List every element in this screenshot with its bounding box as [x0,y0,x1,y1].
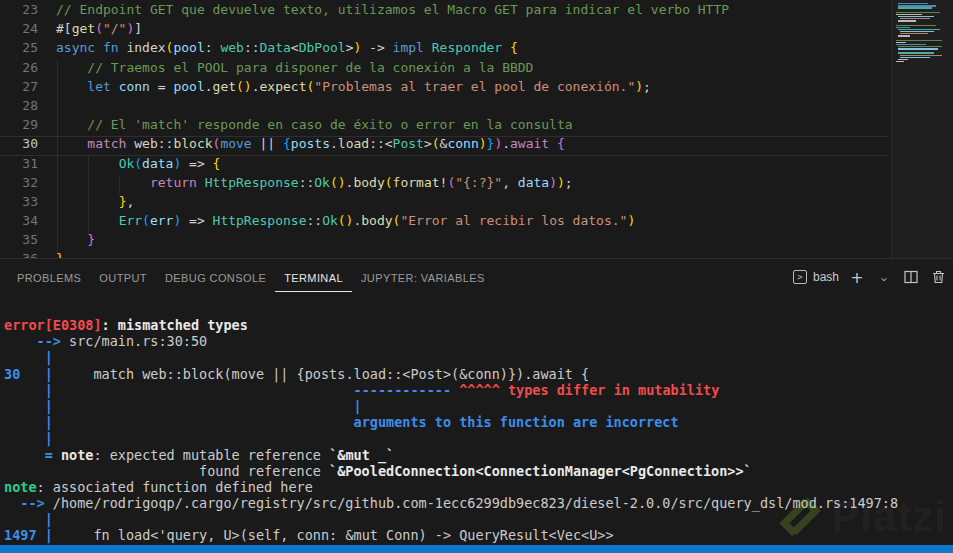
terminal-line: | [4,511,950,527]
split-terminal-button[interactable] [902,268,920,286]
line-number[interactable]: 30 [0,134,38,153]
indent-guide [119,175,120,194]
code-text: }, [38,192,134,211]
terminal-line: --> /home/rodrigoqp/.cargo/registry/src/… [4,495,950,511]
line-number[interactable]: 28 [0,96,38,115]
terminal-dropdown-chevron-icon[interactable]: ⌄ [871,268,896,286]
code-text: // Endpoint GET que devuelve texto, util… [38,0,729,19]
line-number[interactable]: 34 [0,211,38,230]
minimap-line [898,35,910,36]
code-text: // El 'match' responde en caso de éxito … [38,115,573,134]
line-number[interactable]: 24 [0,19,38,38]
terminal-line: 30 | match web::block(move || {posts.loa… [4,366,950,382]
terminal-line: | arguments to this function are incorre… [4,414,950,430]
line-number[interactable]: 26 [0,58,38,77]
code-line[interactable]: 24#[get("/")] [0,19,953,38]
code-line[interactable]: 34 Err(err) => HttpResponse::Ok().body("… [0,211,953,230]
terminal-line: --> src/main.rs:30:50 [4,333,950,349]
line-number[interactable]: 25 [0,38,38,57]
terminal-icon: > [793,270,807,284]
terminal-line: note: associated function defined here [4,479,950,495]
panel-tab-terminal[interactable]: TERMINAL [275,263,352,292]
code-line[interactable]: 27 let conn = pool.get().expect("Problem… [0,77,953,96]
code-text: #[get("/")] [38,19,142,38]
code-line[interactable]: 36} [0,249,953,258]
terminal-line: | | [4,398,950,414]
code-line[interactable]: 25async fn index(pool: web::Data<DbPool>… [0,38,953,57]
line-number[interactable]: 27 [0,77,38,96]
terminal-line: | [4,349,950,365]
terminal-line: error[E0308]: mismatched types [4,317,950,333]
terminal-shell-selector[interactable]: > bash [793,270,839,284]
code-text: } [38,230,95,249]
code-text: // Traemos el POOL para disponer de la c… [38,58,533,77]
shell-label: bash [813,270,839,284]
code-line[interactable]: 31 Ok(data) => { [0,154,953,173]
code-text: let conn = pool.get().expect("Problemas … [38,77,651,96]
vscode-window: 23// Endpoint GET que devuelve texto, ut… [0,0,953,553]
line-number[interactable]: 23 [0,0,38,19]
code-line[interactable]: 32 return HttpResponse::Ok().body(format… [0,173,953,192]
code-line[interactable]: 29 // El 'match' responde en caso de éxi… [0,115,953,134]
bottom-panel: PROBLEMSOUTPUTDEBUG CONSOLETERMINALJUPYT… [0,258,953,545]
minimap-line [896,61,904,62]
minimap[interactable] [891,0,953,258]
panel-tab-jupyter-variables[interactable]: JUPYTER: VARIABLES [352,263,494,291]
code-line[interactable]: 28 [0,96,953,115]
code-text: } [38,249,64,258]
minimap-line [898,7,932,8]
terminal-toolbar: > bash + ⌄ [793,259,947,295]
line-number[interactable]: 35 [0,230,38,249]
panel-tab-problems[interactable]: PROBLEMS [8,263,90,291]
panel-tab-output[interactable]: OUTPUT [90,263,156,291]
code-text: Ok(data) => { [38,154,220,173]
minimap-line [898,20,916,21]
code-text [38,96,56,115]
panel-tab-debug-console[interactable]: DEBUG CONSOLE [156,263,275,291]
new-terminal-button[interactable]: + [848,268,866,286]
line-number[interactable]: 31 [0,154,38,173]
terminal-line: | [4,430,950,446]
line-number[interactable]: 32 [0,173,38,192]
code-text: match web::block(move || {posts.load::<P… [38,134,565,153]
line-number[interactable]: 36 [0,249,38,258]
status-bar[interactable] [0,545,953,553]
terminal-output[interactable]: error[E0308]: mismatched types --> src/m… [4,317,950,544]
terminal-line: | ------------ ^^^^^ types differ in mut… [4,382,950,398]
code-text: Err(err) => HttpResponse::Ok().body("Err… [38,211,635,230]
indent-guide [57,60,58,253]
minimap-line [898,48,938,49]
terminal-line: found reference `&PooledConnection<Conne… [4,463,950,479]
code-line[interactable]: 35 } [0,230,953,249]
code-line[interactable]: 30 match web::block(move || {posts.load:… [0,134,953,153]
code-line[interactable]: 33 }, [0,192,953,211]
terminal-line: 1497 | fn load<'query, U>(self, conn: &m… [4,527,950,543]
code-text: async fn index(pool: web::Data<DbPool>) … [38,38,518,57]
terminal-line: = note: expected mutable reference `&mut… [4,447,950,463]
indent-guide [88,156,89,233]
code-line[interactable]: 26 // Traemos el POOL para disponer de l… [0,58,953,77]
line-number[interactable]: 33 [0,192,38,211]
kill-terminal-trash-button[interactable] [929,268,947,286]
editor-code-area[interactable]: 23// Endpoint GET que devuelve texto, ut… [0,0,953,258]
code-line[interactable]: 23// Endpoint GET que devuelve texto, ut… [0,0,953,19]
line-number[interactable]: 29 [0,115,38,134]
